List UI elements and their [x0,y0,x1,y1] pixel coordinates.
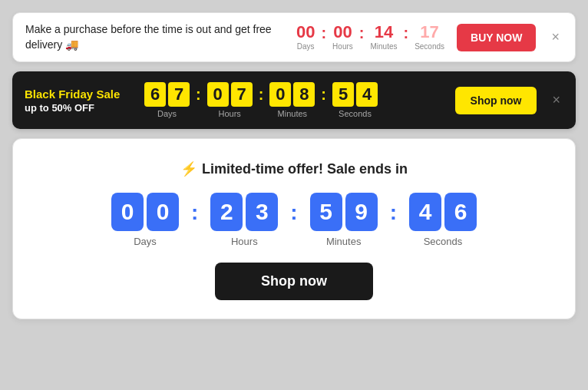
sale-title-row: ⚡ Limited-time offer! Sale ends in [180,160,408,177]
hours-label: Hours [332,42,353,51]
seconds-label: Seconds [415,42,444,51]
sale-minutes-unit: 5 9 Minutes [310,193,378,247]
sale-minutes-label: Minutes [326,236,362,247]
days-unit: 00 Days [296,24,315,51]
delivery-countdown: 00 Days : 00 Hours : 14 Minutes : 17 Sec… [296,24,444,51]
sale-shop-now-button[interactable]: Shop now [215,263,373,300]
sale-seconds-unit: 4 6 Seconds [409,193,477,247]
bf-shop-now-button[interactable]: Shop now [455,87,537,114]
minutes-unit: 14 Minutes [370,24,397,51]
delivery-close-button[interactable]: × [548,26,563,48]
sale-days-digits: 0 0 [111,193,179,231]
sale-seconds-d2: 6 [444,193,477,231]
bf-seconds-d2: 4 [356,82,378,107]
buy-now-button[interactable]: BUY NOW [457,24,536,51]
sale-hours-d1: 2 [210,193,243,231]
sale-days-d1: 0 [111,193,144,231]
bf-seconds-unit: 5 4 Seconds [332,82,378,118]
bf-minutes-d1: 0 [269,82,291,107]
bf-seconds-d1: 5 [332,82,354,107]
sale-seconds-digits: 4 6 [409,193,477,231]
seconds-unit: 17 Seconds [415,24,444,51]
bf-seconds-digits: 5 4 [332,82,378,107]
sale-seconds-label: Seconds [424,236,463,247]
bf-hours-digits: 0 7 [207,82,253,107]
sale-banner: ⚡ Limited-time offer! Sale ends in 0 0 D… [12,138,576,319]
bf-days-unit: 6 7 Days [144,82,190,118]
bf-minutes-label: Minutes [278,109,308,118]
bf-subtitle: up to 50% OFF [25,102,132,114]
bf-title-block: Black Friday Sale up to 50% OFF [25,88,132,114]
bf-hours-d2: 7 [231,82,253,107]
sale-sep3: : [390,200,397,225]
sale-title: Limited-time offer! Sale ends in [202,161,408,177]
sale-days-unit: 0 0 Days [111,193,179,247]
sale-sep2: : [290,200,297,225]
sale-minutes-d2: 9 [345,193,378,231]
sale-countdown: 0 0 Days : 2 3 Hours : 5 9 Minutes : 4 6 [111,193,477,247]
sale-sep1: : [191,200,198,225]
sale-minutes-d1: 5 [310,193,342,231]
bf-sep1: : [196,86,201,104]
bf-hours-label: Hours [219,109,241,118]
sep2: : [359,25,365,42]
sale-hours-d2: 3 [246,193,278,231]
bf-minutes-unit: 0 8 Minutes [269,82,315,118]
bf-hours-d1: 0 [207,82,229,107]
bf-days-label: Days [157,109,177,118]
minutes-label: Minutes [370,42,397,51]
sale-hours-label: Hours [231,236,258,247]
bf-hours-unit: 0 7 Hours [207,82,253,118]
bf-main-title: Black Friday Sale [25,88,132,101]
bf-days-digits: 6 7 [144,82,190,107]
sale-hours-unit: 2 3 Hours [210,193,278,247]
minutes-value: 14 [375,24,393,41]
blackfriday-banner: Black Friday Sale up to 50% OFF 6 7 Days… [12,71,576,129]
sep1: : [321,25,326,42]
bf-seconds-label: Seconds [339,109,372,118]
hours-unit: 00 Hours [332,24,353,51]
days-value: 00 [296,24,315,41]
bf-days-d2: 7 [168,82,190,107]
sep3: : [403,25,408,42]
bf-days-d1: 6 [144,82,166,107]
bf-minutes-digits: 0 8 [269,82,315,107]
delivery-banner: Make a purchase before the time is out a… [12,12,576,62]
seconds-value: 17 [420,24,438,41]
lightning-icon: ⚡ [180,160,197,177]
days-label: Days [297,42,315,51]
bf-countdown: 6 7 Days : 0 7 Hours : 0 8 Minutes : 5 4 [144,82,443,118]
sale-seconds-d1: 4 [409,193,441,231]
bf-close-button[interactable]: × [549,89,563,111]
bf-sep3: : [321,86,326,104]
bf-sep2: : [259,86,264,104]
delivery-text: Make a purchase before the time is out a… [25,22,284,52]
sale-hours-digits: 2 3 [210,193,278,231]
sale-minutes-digits: 5 9 [310,193,378,231]
sale-days-label: Days [134,236,157,247]
sale-days-d2: 0 [147,193,179,231]
bf-minutes-d2: 8 [293,82,315,107]
hours-value: 00 [333,24,352,41]
